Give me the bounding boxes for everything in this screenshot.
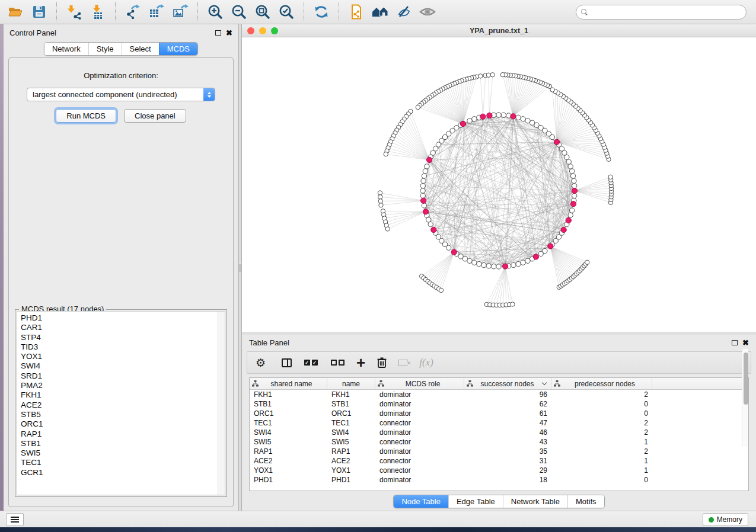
table-row[interactable]: FKH1FKH1dominator962 — [250, 390, 748, 399]
table-row[interactable]: STB1STB1dominator620 — [250, 399, 748, 409]
network-window-titlebar[interactable]: YPA_prune.txt_1 — [242, 24, 756, 37]
add-column-button[interactable]: + — [356, 354, 365, 371]
memory-button[interactable]: Memory — [703, 513, 748, 526]
application-window: Control Panel ✖ NetworkStyleSelectMCDS O… — [0, 0, 756, 532]
column-header-shared-name[interactable]: shared name — [250, 378, 327, 389]
table-cell: ORC1 — [327, 409, 375, 418]
network-view-canvas[interactable] — [242, 37, 756, 332]
search-box[interactable] — [576, 5, 747, 20]
table-cell: 2 — [551, 447, 652, 456]
zoom-fit-button[interactable] — [253, 2, 273, 22]
mcds-result-item[interactable]: PMA2 — [17, 381, 225, 390]
mcds-result-item[interactable]: CAR1 — [17, 323, 225, 332]
mcds-result-item[interactable]: TEC1 — [17, 458, 225, 467]
list-icon — [11, 517, 19, 523]
table-row[interactable]: TEC1TEC1connector472 — [250, 418, 748, 428]
export-image-button[interactable] — [170, 2, 190, 22]
mcds-result-item[interactable]: STB5 — [17, 410, 225, 419]
mcds-result-item[interactable]: RAP1 — [17, 430, 225, 439]
task-history-button[interactable] — [6, 513, 24, 526]
export-table-button[interactable] — [146, 2, 167, 22]
tab-network[interactable]: Network — [44, 43, 88, 55]
zoom-out-button[interactable] — [229, 2, 249, 22]
table-row[interactable]: SWI4SWI4dominator462 — [250, 428, 748, 437]
zoom-in-button[interactable] — [205, 2, 225, 22]
save-session-button[interactable] — [29, 2, 49, 22]
panel-splitter[interactable] — [238, 24, 242, 511]
eye-icon — [419, 4, 436, 20]
table-row[interactable]: PHD1PHD1dominator180 — [250, 475, 748, 485]
gear-icon: ⚙ — [256, 357, 266, 368]
column-header-name[interactable]: name — [327, 378, 375, 389]
network-window-title: YPA_prune.txt_1 — [242, 27, 756, 35]
table-cell: dominator — [375, 428, 464, 437]
column-view-button[interactable] — [282, 354, 292, 371]
table-row[interactable]: RAP1RAP1dominator352 — [250, 447, 748, 456]
mcds-result-item[interactable]: GCR1 — [17, 468, 225, 477]
float-panel-icon[interactable] — [215, 30, 221, 36]
optimization-criterion-label: Optimization criterion: — [9, 71, 233, 80]
mcds-list-scrollbar[interactable] — [218, 312, 225, 495]
close-panel-icon[interactable]: ✖ — [226, 29, 232, 37]
tab-mcds[interactable]: MCDS — [159, 43, 197, 55]
table-cell: STB1 — [327, 400, 375, 408]
table-scrollbar[interactable] — [742, 349, 748, 447]
table-row[interactable]: SWI5SWI5connector431 — [250, 437, 748, 447]
table-header-row: shared namenameMCDS rolesuccessor nodesp… — [250, 378, 748, 390]
mcds-result-item[interactable]: STB1 — [17, 439, 225, 448]
run-mcds-button[interactable]: Run MCDS — [56, 109, 116, 123]
mcds-result-item[interactable]: ORC1 — [17, 419, 225, 429]
close-panel-button[interactable]: Close panel — [124, 109, 186, 123]
tab-select[interactable]: Select — [122, 43, 159, 55]
column-header-MCDS-role[interactable]: MCDS role — [375, 378, 464, 389]
table-scrollbar-thumb[interactable] — [744, 352, 748, 405]
mcds-result-list[interactable]: PHD1CAR1STP4TID3YOX1SWI4SRD1PMA2FKH1ACE2… — [17, 311, 225, 495]
mcds-result-item[interactable]: FKH1 — [17, 390, 225, 400]
select-all-button[interactable]: ✓✓ — [303, 354, 318, 371]
table-cell: dominator — [375, 476, 464, 484]
column-type-icon — [554, 380, 560, 387]
export-network-icon — [125, 4, 141, 20]
table-row[interactable]: ORC1ORC1dominator610 — [250, 409, 748, 418]
tab-edge-table[interactable]: Edge Table — [448, 495, 503, 508]
tab-motifs[interactable]: Motifs — [567, 495, 604, 508]
network-from-file-button[interactable] — [346, 2, 366, 22]
table-panel-tabs: Node TableEdge TableNetwork TableMotifs — [242, 495, 756, 508]
hide-style-button[interactable] — [394, 2, 414, 22]
mcds-result-item[interactable]: PHD1 — [17, 313, 225, 323]
table-settings-button[interactable]: ⚙ — [256, 354, 266, 371]
mcds-result-item[interactable]: SWI5 — [17, 448, 225, 458]
home-networks-button[interactable] — [370, 2, 390, 22]
tab-node-table[interactable]: Node Table — [394, 495, 448, 508]
export-network-button[interactable] — [123, 2, 143, 22]
table-cell: PHD1 — [250, 476, 327, 484]
open-file-button[interactable] — [5, 2, 25, 22]
column-header-successor-nodes[interactable]: successor nodes — [464, 378, 551, 389]
table-row[interactable]: YOX1YOX1connector291 — [250, 466, 748, 475]
import-table-button[interactable] — [88, 2, 108, 22]
deselect-all-button[interactable] — [330, 354, 345, 371]
close-table-panel-icon[interactable]: ✖ — [742, 339, 749, 347]
table-panel-header: Table Panel ✖ — [242, 335, 756, 350]
mcds-result-item[interactable]: YOX1 — [17, 352, 225, 361]
show-graphics-button[interactable] — [417, 2, 438, 22]
import-network-button[interactable] — [64, 2, 84, 22]
tab-style[interactable]: Style — [88, 43, 122, 55]
mcds-result-item[interactable]: STP4 — [17, 333, 225, 342]
column-header-predecessor-nodes[interactable]: predecessor nodes — [551, 378, 652, 389]
table-row[interactable]: ACE2ACE2connector311 — [250, 456, 748, 466]
mcds-result-item[interactable]: SRD1 — [17, 371, 225, 381]
optimization-criterion-select[interactable]: largest connected component (undirected) — [27, 88, 215, 101]
tab-network-table[interactable]: Network Table — [503, 495, 567, 508]
delete-column-button[interactable] — [377, 354, 387, 371]
splitter-handle[interactable] — [239, 264, 241, 273]
table-cell: PHD1 — [327, 476, 375, 484]
mcds-result-item[interactable]: TID3 — [17, 342, 225, 352]
mcds-result-item[interactable]: SWI4 — [17, 361, 225, 371]
refresh-button[interactable] — [311, 2, 331, 22]
float-table-panel-icon[interactable] — [732, 340, 738, 345]
zoom-selected-button[interactable] — [276, 2, 296, 22]
search-input[interactable] — [588, 8, 746, 16]
network-workspace: YPA_prune.txt_1 Table Panel ✖ ⚙ — [242, 24, 756, 511]
mcds-result-item[interactable]: ACE2 — [17, 400, 225, 410]
